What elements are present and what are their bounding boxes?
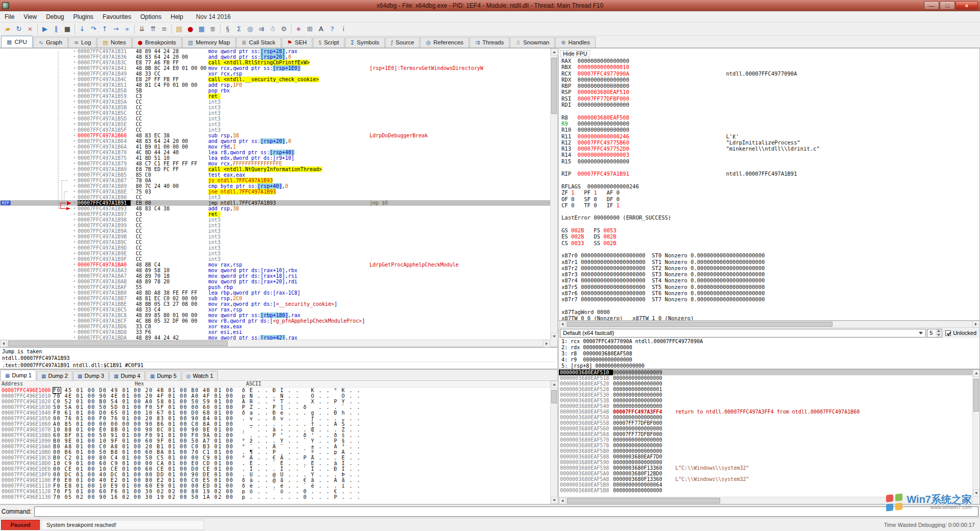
- register-row[interactable]: R13 00007FFC497752D0 "minkernel\\ntdll\\…: [561, 146, 979, 152]
- register-row[interactable]: R9 0000000000000000: [561, 120, 979, 127]
- about-icon[interactable]: i: [338, 23, 349, 35]
- breakpoint-dot[interactable]: •: [71, 234, 78, 239]
- register-row[interactable]: x87r0 00000000000000000000 ST0 Nonzero 0…: [561, 252, 979, 258]
- tab-call-stack[interactable]: ≣Call Stack: [236, 37, 281, 47]
- breakpoint-dot[interactable]: •: [71, 54, 78, 60]
- disasm-row[interactable]: •00007FFC497A1B87ˇ78 0Ajs ntdll.7FFC497A…: [0, 178, 550, 183]
- disasm-row[interactable]: •00007FFC497A1B6A41 B9 01 00 00 00mov r9…: [0, 144, 550, 150]
- tab-memory-map[interactable]: ▥Memory Map: [182, 37, 236, 47]
- disasm-row[interactable]: •00007FFC497A1BB048 8D A8 38 FE FF FFlea…: [0, 290, 550, 296]
- dump-row[interactable]: 00007FFC496E10A0B0 A8 01 00 C0 A8 01 00 …: [0, 444, 557, 449]
- register-row[interactable]: x87r6 00000000000000000000 ST6 Nonzero 0…: [561, 290, 979, 296]
- unlocked-checkbox-wrap[interactable]: Unlocked: [943, 330, 978, 336]
- register-row[interactable]: x87r2 00000000000000000000 ST2 Nonzero 0…: [561, 265, 979, 271]
- register-row[interactable]: GS 002B FS 0053: [561, 227, 979, 233]
- register-row[interactable]: RCX 00007FFC4977090A ntdll.00007FFC49770…: [561, 70, 979, 77]
- breakpoint-dot[interactable]: •: [71, 284, 78, 290]
- breakpoint-dot[interactable]: •: [71, 105, 78, 110]
- dump-row[interactable]: 00007FFC496E1110F0 E8 01 00 10 E9 01 00 …: [0, 483, 557, 489]
- disasm-row[interactable]: •00007FFC497A1BC848 89 85 80 01 00 00mov…: [0, 312, 550, 318]
- register-row[interactable]: x87TagWord 0000: [561, 309, 979, 315]
- stack-row[interactable]: 0000003680EAF5180000000000000000: [559, 375, 979, 381]
- register-row[interactable]: LastError 00000000 (ERROR_SUCCESS): [561, 214, 979, 221]
- breakpoint-dot[interactable]: •: [71, 189, 78, 195]
- breakpoint-dot[interactable]: •: [71, 110, 78, 116]
- breakpoint-dot[interactable]: •: [71, 318, 78, 324]
- register-row[interactable]: ES 002B DS 002B: [561, 233, 979, 239]
- register-row[interactable]: [561, 303, 979, 309]
- tab-watch-1[interactable]: ◎Watch 1: [182, 371, 218, 380]
- register-row[interactable]: RFLAGS 0000000000000246: [561, 183, 979, 189]
- disasm-row[interactable]: •00007FFC497A1B9ECCint3: [0, 251, 550, 256]
- disasm-row[interactable]: •00007FFC497A1BD633 C0xor eax,eax: [0, 324, 550, 329]
- register-row[interactable]: RDI 0000000000000000: [561, 102, 979, 108]
- tab-source[interactable]: ƒSource: [385, 37, 420, 47]
- pause-icon[interactable]: ‖: [51, 23, 62, 35]
- restart-icon[interactable]: ↻: [13, 23, 24, 35]
- disasm-vertical-scrollbar[interactable]: [550, 49, 557, 340]
- stack-row[interactable]: 0000003680EAF5200000000000000000: [559, 381, 979, 387]
- register-row[interactable]: [561, 246, 979, 252]
- menu-file[interactable]: File: [0, 11, 19, 22]
- disasm-row[interactable]: •00007FFC497A1BAF55push rbp: [0, 284, 550, 290]
- register-row[interactable]: OF 0 SF 0 DF 0: [561, 196, 979, 202]
- disasm-row[interactable]: •00007FFC497A1B90CCint3: [0, 195, 550, 200]
- dump-row[interactable]: 00007FFC496E10E000 CE 01 00 10 CE 01 00 …: [0, 466, 557, 472]
- stack-row[interactable]: 0000003680EAF5300000000000000000: [559, 392, 979, 398]
- calling-convention-select[interactable]: Default (x64 fastcall): [560, 329, 926, 337]
- disasm-row[interactable]: •00007FFC497A1B98CCint3: [0, 217, 550, 223]
- disasm-row[interactable]: •00007FFC497A1B3148 89 44 24 28mov qword…: [0, 49, 550, 54]
- breakpoint-dot[interactable]: •: [71, 178, 78, 183]
- unlocked-checkbox[interactable]: [945, 330, 951, 336]
- register-row[interactable]: RBX 0000000000000010: [561, 64, 979, 70]
- disasm-row[interactable]: •00007FFC497A1B59C3ret: [0, 93, 550, 99]
- disasm-row[interactable]: •00007FFC497A1B8585 C0test eax,eax: [0, 172, 550, 178]
- references-icon[interactable]: ◎: [244, 23, 256, 35]
- disasm-row[interactable]: •00007FFC497A1B97C3ret: [0, 211, 550, 217]
- log-icon[interactable]: ≡: [159, 23, 170, 35]
- breakpoint-dot[interactable]: •: [71, 206, 78, 211]
- step-into-icon[interactable]: ↓: [77, 23, 88, 35]
- maximize-button[interactable]: □: [940, 1, 955, 10]
- disasm-row[interactable]: •00007FFC497A1B9BCCint3: [0, 234, 550, 239]
- register-row[interactable]: [561, 164, 979, 171]
- stack-row[interactable]: 0000003680EAF56800007FF77DFBF000: [559, 431, 979, 437]
- disasm-row[interactable]: •00007FFC497A1BA348 89 58 10mov qword pt…: [0, 268, 550, 273]
- register-row[interactable]: ZF 1 PF 1 AF 0: [561, 189, 979, 196]
- hide-fpu-button[interactable]: Hide FPU: [560, 50, 590, 57]
- stack-row[interactable]: 0000003680EAF5400000000000000000: [559, 403, 979, 409]
- dump-row[interactable]: 00007FFC496E113070 05 02 00 90 16 02 00 …: [0, 494, 557, 500]
- breakpoint-dot[interactable]: •: [71, 133, 78, 138]
- calculator-icon[interactable]: ⊞: [304, 23, 315, 35]
- step-over-icon[interactable]: ↷: [88, 23, 99, 35]
- disasm-row[interactable]: •00007FFC497A1B5CCCint3: [0, 110, 550, 116]
- register-row[interactable]: R15 0000000000000000: [561, 158, 979, 164]
- breakpoint-dot[interactable]: •: [71, 307, 78, 312]
- breakpoint-dot[interactable]: •: [71, 99, 78, 105]
- help-icon[interactable]: ?: [327, 23, 338, 35]
- register-row[interactable]: RSP 0000003680EAF510: [561, 89, 979, 95]
- breakpoint-dot[interactable]: •: [71, 239, 78, 245]
- register-row[interactable]: RSI 00007FF77DFBF000: [561, 95, 979, 102]
- fastcall-arg-row[interactable]: 1: rcx 00007FFC4977090A ntdll.00007FFC49…: [561, 339, 979, 345]
- disasm-row[interactable]: •00007FFC497A1B8Eˇ75 03jne ntdll.7FFC497…: [0, 189, 550, 195]
- disasm-row[interactable]: •00007FFC497A1B585Bpop rbx: [0, 88, 550, 93]
- breakpoint-dot[interactable]: •: [71, 251, 78, 256]
- breakpoint-dot[interactable]: •: [71, 88, 78, 93]
- disasm-row[interactable]: RIP•00007FFC497A1B91ˇEB 00jmp ntdll.7FFC…: [0, 200, 550, 206]
- dump-row[interactable]: 00007FFC496E1000F0 45 01 00 D0 49 01 00 …: [0, 388, 557, 393]
- dump-row[interactable]: 00007FFC496E1060A0 85 01 00 00 00 00 00 …: [0, 421, 557, 427]
- disasm-row[interactable]: •00007FFC497A1B9FCCint3: [0, 256, 550, 262]
- breakpoint-dot[interactable]: •: [71, 273, 78, 279]
- stepper-arrows[interactable]: [936, 329, 941, 337]
- stack-row[interactable]: 0000003680EAF5500000000000000000: [559, 415, 979, 420]
- disasm-row[interactable]: •00007FFC497A1B4948 33 CCxor rcx,rsp: [0, 71, 550, 77]
- menu-help[interactable]: Help: [166, 11, 188, 22]
- breakpoint-dot[interactable]: •: [71, 60, 78, 65]
- disasm-row[interactable]: •00007FFC497A1B4CE8 2F FF FB FFcall <ntd…: [0, 77, 550, 82]
- disasm-row[interactable]: •00007FFC497A1B9348 83 C4 38add rsp,38: [0, 206, 550, 211]
- register-row[interactable]: x87TW_0 0 (Nonzero) x87TW_1 0 (Nonzero): [561, 315, 979, 321]
- disasm-row[interactable]: •00007FFC497A1B6448 83 64 24 20 00and qw…: [0, 138, 550, 144]
- tab-dump-4[interactable]: ▦Dump 4: [109, 371, 145, 380]
- tab-script[interactable]: §Script: [313, 37, 345, 47]
